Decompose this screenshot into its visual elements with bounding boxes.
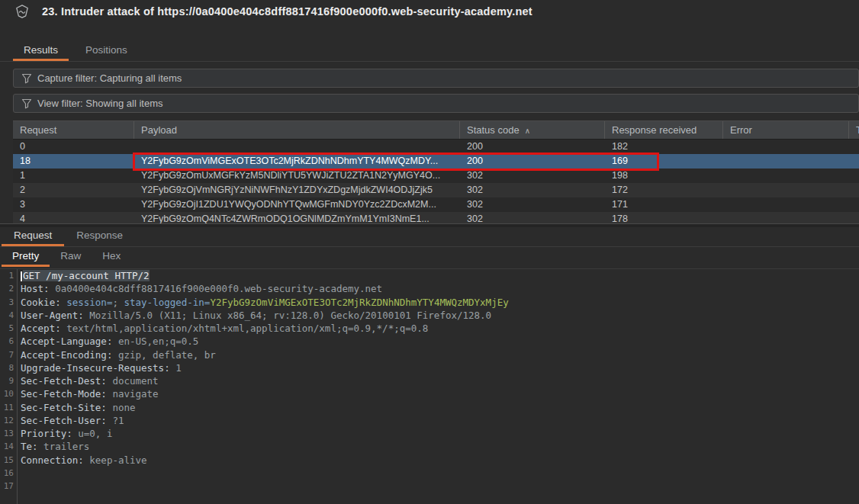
results-table: RequestPayloadStatus code∧Response recei… xyxy=(13,120,859,226)
column-label: Ti xyxy=(856,124,859,136)
results-table-header: RequestPayloadStatus code∧Response recei… xyxy=(13,121,859,140)
line-content: Sec-Fetch-User: ?1 xyxy=(14,414,859,427)
result-row-2[interactable]: 2Y2FybG9zOjVmNGRjYzNiNWFhNzY1ZDYxZDgzMjd… xyxy=(13,183,859,197)
cell-time xyxy=(849,140,859,154)
text-token: session= xyxy=(66,297,112,308)
tab-results[interactable]: Results xyxy=(13,41,69,61)
tab-pretty[interactable]: Pretty xyxy=(2,247,50,267)
request-line: 5Accept: text/html,application/xhtml+xml… xyxy=(0,322,859,335)
column-label: Status code xyxy=(467,124,520,136)
line-content: Cookie: session=; stay-logged-in=Y2FybG9… xyxy=(14,296,859,309)
column-label: Request xyxy=(20,124,56,136)
request-response-tabbar: RequestResponse xyxy=(0,226,859,247)
text-token: stay-logged-in= xyxy=(124,297,211,308)
column-header-error[interactable]: Error xyxy=(723,121,849,139)
line-content: GET /my-account HTTP/2 xyxy=(14,269,859,282)
cell-status: 302 xyxy=(460,197,605,212)
cell-payload: Y2FybG9zOjI1ZDU1YWQyODNhYTQwMGFmNDY0Yzc2… xyxy=(134,197,460,212)
line-number: 4 xyxy=(0,309,14,322)
cell-response: 171 xyxy=(605,197,723,212)
column-header-request[interactable]: Request xyxy=(13,121,134,139)
view-filter-label: View filter: Showing all items xyxy=(37,98,163,109)
text-token: keep-alive xyxy=(84,454,147,466)
titlebar: 23. Intruder attack of https://0a0400e40… xyxy=(0,0,859,23)
text-token: en-US,en;q=0.5 xyxy=(112,335,198,347)
line-number: 17 xyxy=(0,480,14,493)
line-number: 10 xyxy=(0,387,14,400)
text-token: 0a0400e404c8dff8817416f900e000f0.web-sec… xyxy=(50,283,383,294)
request-line: 12Sec-Fetch-User: ?1 xyxy=(0,414,859,427)
line-number: 5 xyxy=(0,322,14,335)
tab-raw[interactable]: Raw xyxy=(50,247,92,267)
column-label: Payload xyxy=(141,124,177,136)
column-header-payload[interactable]: Payload xyxy=(134,121,460,139)
result-row-3[interactable]: 3Y2FybG9zOjI1ZDU1YWQyODNhYTQwMGFmNDY0Yzc… xyxy=(13,197,859,212)
text-token: Sec-Fetch-User: xyxy=(21,415,107,426)
funnel-icon xyxy=(21,73,32,84)
text-caret xyxy=(21,271,22,281)
request-editor[interactable]: 1GET /my-account HTTP/22Host: 0a0400e404… xyxy=(0,268,859,504)
line-content: Accept-Encoding: gzip, deflate, br xyxy=(14,348,859,361)
cell-payload xyxy=(134,140,460,154)
burp-intruder-window: 23. Intruder attack of https://0a0400e40… xyxy=(0,0,859,504)
view-filter-bar[interactable]: View filter: Showing all items xyxy=(13,94,859,113)
cell-status: 302 xyxy=(460,169,605,183)
text-token: ?1 xyxy=(107,415,124,426)
tab-response[interactable]: Response xyxy=(64,226,135,246)
request-line: 3Cookie: session=; stay-logged-in=Y2FybG… xyxy=(0,296,859,309)
text-token: navigate xyxy=(107,388,159,400)
line-number: 8 xyxy=(0,361,14,374)
column-header-ti[interactable]: Ti xyxy=(849,121,859,139)
cell-request: 1 xyxy=(13,169,134,183)
result-row-18[interactable]: 18Y2FybG9zOmViMGExOTE3OTc2MjRkZDNhNDhmYT… xyxy=(13,154,859,169)
request-line: 10Sec-Fetch-Mode: navigate xyxy=(0,387,859,400)
results-positions-tabbar: ResultsPositions xyxy=(13,41,138,61)
text-token: Mozilla/5.0 (X11; Linux x86_64; rv:128.0… xyxy=(84,310,491,321)
sort-ascending-icon: ∧ xyxy=(525,127,530,135)
cell-request: 3 xyxy=(13,197,134,212)
cell-response: 198 xyxy=(605,169,723,183)
line-number: 7 xyxy=(0,348,14,361)
text-token: text/html,application/xhtml+xml,applicat… xyxy=(61,323,429,334)
request-line: 17 xyxy=(0,480,859,493)
request-line: 14Te: trailers xyxy=(0,440,859,453)
line-content: Accept: text/html,application/xhtml+xml,… xyxy=(14,322,859,335)
result-row-0[interactable]: 0200182 xyxy=(13,140,859,154)
request-line: 8Upgrade-Insecure-Requests: 1 xyxy=(0,361,859,374)
request-line: 1GET /my-account HTTP/2 xyxy=(0,269,859,282)
cell-time xyxy=(849,169,859,183)
cell-time xyxy=(849,197,859,212)
funnel-icon xyxy=(21,98,32,109)
line-number: 9 xyxy=(0,374,14,387)
request-line: 13Priority: u=0, i xyxy=(0,427,859,440)
cell-time xyxy=(849,183,859,197)
tab-positions[interactable]: Positions xyxy=(75,41,138,61)
column-label: Response received xyxy=(612,124,697,136)
line-content xyxy=(14,480,859,493)
tab-hex[interactable]: Hex xyxy=(92,247,131,267)
text-token: Accept-Language: xyxy=(21,335,112,347)
column-header-status-code[interactable]: Status code∧ xyxy=(460,121,605,139)
cell-status: 302 xyxy=(460,183,605,197)
column-header-response-received[interactable]: Response received xyxy=(605,121,723,139)
text-token: trailers xyxy=(38,441,90,452)
cell-request: 2 xyxy=(13,183,134,197)
capture-filter-bar[interactable]: Capture filter: Capturing all items xyxy=(13,69,859,88)
results-table-body: 020018218Y2FybG9zOmViMGExOTE3OTc2MjRkZDN… xyxy=(13,140,859,226)
line-content: Accept-Language: en-US,en;q=0.5 xyxy=(14,335,859,348)
cell-response: 182 xyxy=(605,140,723,154)
request-line: 15Connection: keep-alive xyxy=(0,454,859,467)
line-number: 3 xyxy=(0,296,14,309)
text-token: Host: xyxy=(21,283,50,294)
line-content: Te: trailers xyxy=(14,440,859,453)
burp-logo-icon xyxy=(15,5,29,18)
cell-error xyxy=(723,197,849,212)
result-row-1[interactable]: 1Y2FybG9zOmUxMGFkYzM5NDliYTU5YWJiZTU2ZTA… xyxy=(13,169,859,183)
tab-request[interactable]: Request xyxy=(2,226,64,246)
text-token: Y2FybG9zOmViMGExOTE3OTc2MjRkZDNhNDhmYTY4… xyxy=(210,297,508,308)
line-number: 6 xyxy=(0,335,14,348)
cell-request: 18 xyxy=(13,154,134,169)
line-number: 12 xyxy=(0,414,14,427)
cell-error xyxy=(723,154,849,169)
cell-status: 200 xyxy=(460,140,605,154)
